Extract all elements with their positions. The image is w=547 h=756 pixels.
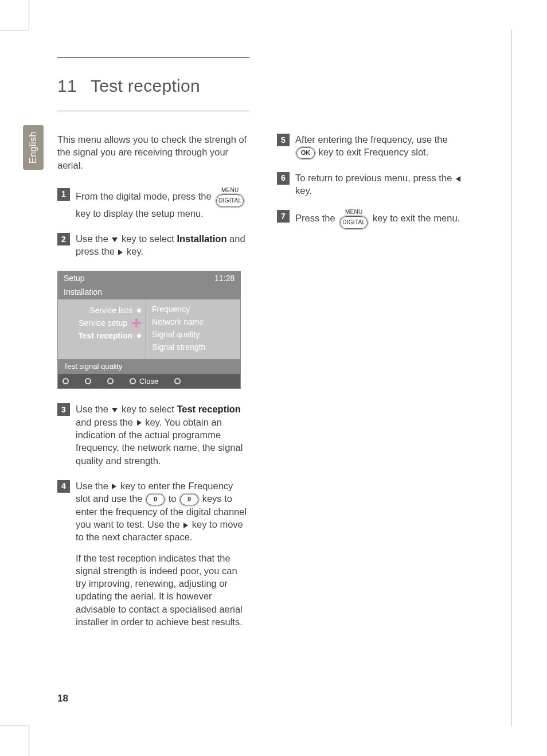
step-number-icon: 6 bbox=[277, 172, 290, 185]
step-number-icon: 3 bbox=[57, 403, 70, 416]
page-content: 11Test reception This menu allows you to… bbox=[57, 57, 495, 641]
language-tab: English bbox=[23, 125, 44, 170]
step-1: 1 From the digital mode, press the MENU … bbox=[57, 188, 249, 220]
section-heading: 11Test reception bbox=[57, 76, 495, 96]
step-text: Press the bbox=[295, 213, 335, 224]
step-text: To return to previous menu, press the bbox=[295, 173, 452, 183]
step-text: key to exit Frequency slot. bbox=[319, 147, 429, 157]
osd-time: 11:28 bbox=[214, 273, 235, 284]
step-text: Use the bbox=[76, 481, 108, 491]
step-text: key. bbox=[295, 185, 312, 196]
right-arrow-icon bbox=[112, 484, 116, 489]
step-6: 6 To return to previous menu, press the … bbox=[277, 172, 469, 197]
page-number: 18 bbox=[57, 693, 68, 704]
column-left: This menu allows you to check the streng… bbox=[57, 133, 249, 641]
nav-cross-icon bbox=[132, 318, 141, 328]
color-button-icon bbox=[130, 378, 136, 384]
bullet-icon bbox=[137, 334, 141, 338]
right-arrow-icon bbox=[137, 420, 142, 426]
column-right: 5 After entering the frequency, use the … bbox=[277, 133, 469, 641]
step-text: key to select bbox=[122, 233, 174, 244]
osd-screenshot: Setup 11:28 Installation Service lists S… bbox=[57, 271, 241, 389]
osd-item-selected: Test reception bbox=[78, 330, 132, 341]
down-arrow-icon bbox=[112, 237, 118, 242]
step-2: 2 Use the key to select Installation and… bbox=[57, 232, 249, 258]
crop-mark bbox=[0, 726, 29, 726]
osd-button-bar: Close bbox=[58, 374, 240, 389]
osd-field: Frequency bbox=[152, 304, 235, 317]
osd-field: Network name bbox=[152, 317, 235, 329]
osd-field: Signal strength bbox=[152, 342, 235, 354]
osd-close-label: Close bbox=[139, 376, 158, 387]
step-text: Use the bbox=[76, 404, 108, 414]
intro-text: This menu allows you to check the streng… bbox=[57, 133, 249, 172]
right-arrow-icon bbox=[183, 523, 188, 528]
step-text: to bbox=[169, 493, 177, 504]
crop-mark bbox=[29, 726, 29, 756]
left-arrow-icon bbox=[456, 176, 460, 182]
step-bold: Test reception bbox=[177, 404, 241, 414]
rule-top bbox=[57, 57, 249, 58]
digital-menu-key-icon: MENU DIGITAL bbox=[216, 188, 244, 207]
step-number-icon: 2 bbox=[57, 233, 70, 245]
crop-mark bbox=[511, 30, 511, 726]
osd-titlebar: Setup 11:28 bbox=[58, 271, 240, 286]
color-button-icon bbox=[174, 378, 181, 384]
step-text: Use the bbox=[76, 233, 108, 244]
color-button-icon bbox=[85, 378, 91, 384]
step-number-icon: 4 bbox=[57, 480, 70, 493]
rule-bottom bbox=[57, 111, 249, 111]
step-7: 7 Press the MENU DIGITAL key to exit the… bbox=[277, 209, 469, 229]
step-4: 4 Use the key to enter the Frequency slo… bbox=[57, 480, 249, 628]
digital-menu-key-icon: MENU DIGITAL bbox=[340, 209, 368, 229]
number-key-icon: 9 bbox=[180, 494, 198, 505]
step-text: key to exit the menu. bbox=[373, 213, 460, 224]
osd-item: Service setup bbox=[79, 318, 127, 329]
step-number-icon: 1 bbox=[57, 188, 70, 201]
crop-mark bbox=[29, 0, 29, 30]
step-text: key to display the setup menu. bbox=[76, 208, 204, 219]
step-number-icon: 5 bbox=[277, 134, 290, 146]
osd-title: Setup bbox=[64, 273, 85, 284]
color-button-icon bbox=[62, 378, 69, 384]
down-arrow-icon bbox=[112, 408, 118, 412]
step-text: and press the bbox=[76, 417, 133, 427]
step-note: If the test reception indicates that the… bbox=[76, 552, 249, 629]
osd-item: Service lists bbox=[89, 305, 132, 316]
step-text: key to select bbox=[122, 404, 174, 414]
crop-mark bbox=[0, 30, 29, 30]
bullet-icon bbox=[137, 309, 141, 313]
step-bold: Installation bbox=[177, 233, 226, 244]
step-number-icon: 7 bbox=[277, 210, 290, 223]
step-5: 5 After entering the frequency, use the … bbox=[277, 133, 469, 159]
section-title: Test reception bbox=[91, 76, 200, 95]
step-text: key. bbox=[127, 246, 143, 256]
step-text: From the digital mode, press the bbox=[76, 191, 212, 201]
ok-key-icon: OK bbox=[296, 147, 315, 159]
osd-left-pane: Service lists Service setup Test recepti… bbox=[58, 299, 146, 359]
section-number: 11 bbox=[57, 76, 91, 96]
right-arrow-icon bbox=[118, 250, 123, 255]
osd-field: Signal quality bbox=[152, 329, 235, 342]
color-button-icon bbox=[107, 378, 114, 384]
step-3: 3 Use the key to select Test reception a… bbox=[57, 403, 249, 466]
step-text: After entering the frequency, use the bbox=[295, 134, 448, 145]
osd-subtitle: Installation bbox=[58, 285, 240, 299]
number-key-icon: 0 bbox=[146, 494, 165, 505]
osd-hint: Test signal quality bbox=[58, 359, 240, 374]
osd-right-pane: Frequency Network name Signal quality Si… bbox=[146, 299, 240, 359]
